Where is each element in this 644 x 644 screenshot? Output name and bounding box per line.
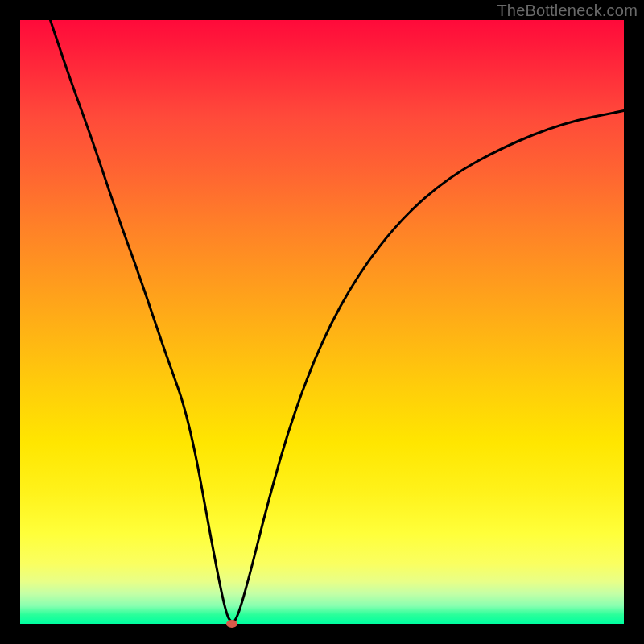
watermark-text: TheBottleneck.com xyxy=(497,2,638,20)
minimum-marker xyxy=(226,620,237,628)
bottleneck-curve xyxy=(51,20,625,622)
chart-container: TheBottleneck.com xyxy=(0,0,644,644)
plot-area xyxy=(20,20,624,624)
curve-svg xyxy=(20,20,624,624)
